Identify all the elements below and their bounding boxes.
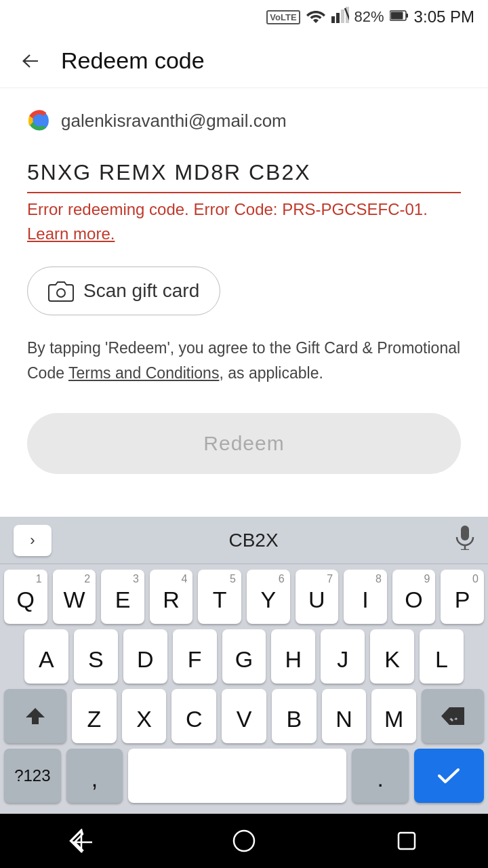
svg-point-15 (234, 831, 254, 851)
space-key[interactable] (128, 749, 346, 803)
key-r[interactable]: 4R (150, 570, 193, 624)
key-v[interactable]: V (222, 689, 266, 743)
keyboard-expand-button[interactable]: › (14, 525, 52, 556)
key-c[interactable]: C (171, 689, 216, 743)
volte-indicator: VoLTE (266, 10, 300, 24)
key-t[interactable]: 5T (198, 570, 241, 624)
key-g[interactable]: G (222, 629, 266, 684)
keyboard-row-4: ?123 , . (4, 749, 484, 803)
key-z[interactable]: Z (72, 689, 117, 743)
app-bar: Redeem code (0, 34, 488, 88)
period-key[interactable]: . (352, 749, 409, 803)
camera-icon (48, 279, 74, 302)
navigation-bar (0, 814, 488, 868)
numeric-key[interactable]: ?123 (4, 749, 61, 803)
main-content: galenkisravanthi@gmail.com Error redeemi… (0, 88, 488, 494)
svg-rect-9 (461, 526, 469, 540)
keyboard-area: › CB2X 1Q 2W 3E 4R 5T 6Y 7U 8I 9O 0P (0, 517, 488, 814)
key-o[interactable]: 9O (392, 570, 436, 624)
svg-rect-16 (399, 833, 415, 849)
svg-rect-1 (336, 13, 340, 23)
key-k[interactable]: K (370, 629, 414, 684)
learn-more-link[interactable]: Learn more. (27, 224, 115, 243)
account-email: galenkisravanthi@gmail.com (61, 111, 287, 132)
status-bar: VoLTE 82% 3:05 PM (0, 0, 488, 34)
key-f[interactable]: F (173, 629, 217, 684)
keyboard-row-2: A S D F G H J K L (4, 629, 484, 684)
terms-text: By tapping 'Redeem', you agree to the Gi… (27, 336, 461, 386)
checkmark-icon (437, 767, 460, 785)
keyboard-toolbar: › CB2X (0, 517, 488, 564)
key-m[interactable]: M (371, 689, 416, 743)
recents-nav-button[interactable] (390, 824, 424, 858)
svg-rect-2 (341, 9, 344, 23)
key-b[interactable]: B (272, 689, 317, 743)
error-message: Error redeeming code. Error Code: PRS-PG… (27, 197, 461, 246)
comma-key[interactable]: , (66, 749, 123, 803)
redeem-button[interactable]: Redeem (27, 413, 461, 474)
keyboard-row-1: 1Q 2W 3E 4R 5T 6Y 7U 8I 9O 0P (4, 570, 484, 624)
svg-rect-6 (406, 14, 408, 18)
battery-text: 82% (354, 8, 384, 26)
shift-key[interactable] (4, 689, 66, 743)
scan-gift-card-button[interactable]: Scan gift card (27, 267, 220, 315)
wifi-icon (306, 7, 326, 27)
signal-icon (331, 7, 349, 27)
key-i[interactable]: 8I (344, 570, 387, 624)
key-w[interactable]: 2W (53, 570, 96, 624)
microphone-icon[interactable] (455, 526, 474, 555)
key-y[interactable]: 6Y (247, 570, 290, 624)
key-l[interactable]: L (420, 629, 464, 684)
enter-key[interactable] (414, 749, 484, 803)
back-nav-button[interactable] (64, 824, 98, 858)
status-time: 3:05 PM (414, 7, 474, 26)
key-j[interactable]: J (321, 629, 365, 684)
account-row: galenkisravanthi@gmail.com (27, 108, 461, 133)
svg-rect-7 (390, 12, 403, 20)
key-s[interactable]: S (74, 629, 118, 684)
key-n[interactable]: N (322, 689, 367, 743)
terms-link[interactable]: Terms and Conditions (68, 364, 219, 382)
backspace-icon (441, 707, 464, 725)
back-button[interactable] (14, 44, 47, 78)
shift-icon (25, 706, 45, 726)
code-input[interactable] (27, 153, 461, 193)
keyboard-suggestion[interactable]: CB2X (228, 530, 278, 551)
keyboard-keys: 1Q 2W 3E 4R 5T 6Y 7U 8I 9O 0P A S D F G … (0, 564, 488, 814)
key-d[interactable]: D (123, 629, 167, 684)
svg-point-8 (57, 289, 65, 297)
keyboard-row-3: Z X C V B N M (4, 689, 484, 743)
key-p[interactable]: 0P (441, 570, 484, 624)
key-u[interactable]: 7U (296, 570, 339, 624)
home-nav-button[interactable] (227, 824, 261, 858)
page-title: Redeem code (61, 47, 205, 74)
key-h[interactable]: H (271, 629, 315, 684)
delete-key[interactable] (422, 689, 484, 743)
key-e[interactable]: 3E (101, 570, 144, 624)
key-x[interactable]: X (122, 689, 167, 743)
battery-icon (390, 8, 409, 26)
key-q[interactable]: 1Q (4, 570, 47, 624)
google-logo (27, 108, 52, 133)
svg-rect-0 (331, 16, 335, 23)
scan-gift-card-label: Scan gift card (83, 280, 199, 302)
key-a[interactable]: A (24, 629, 68, 684)
code-input-container (27, 153, 461, 193)
